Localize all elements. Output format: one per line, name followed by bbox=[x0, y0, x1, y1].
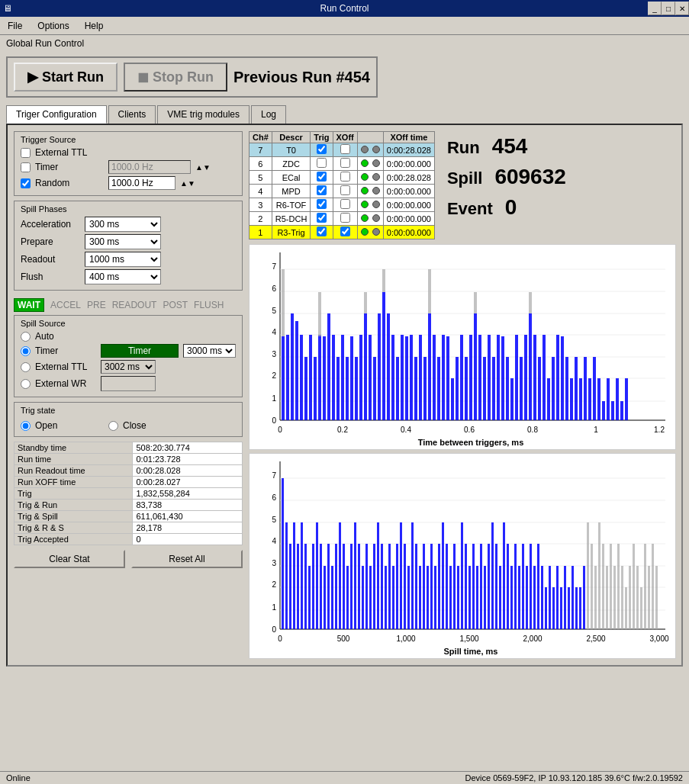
random-row: Random 1000.0 Hz ▲▼ bbox=[21, 176, 236, 190]
svg-rect-211 bbox=[579, 587, 581, 629]
maximize-button[interactable]: □ bbox=[662, 2, 675, 15]
svg-text:0.8: 0.8 bbox=[527, 426, 538, 434]
svg-text:0.4: 0.4 bbox=[401, 426, 411, 434]
acceleration-select[interactable]: 300 ms bbox=[85, 217, 161, 232]
trig-xoff-check[interactable] bbox=[333, 198, 357, 212]
start-run-button[interactable]: ▶ Start Run bbox=[14, 63, 118, 92]
timer-checkbox[interactable] bbox=[21, 162, 31, 172]
trig-xoff-check[interactable] bbox=[333, 171, 357, 185]
random-value[interactable]: 1000.0 Hz bbox=[108, 176, 175, 190]
stats-row: Run time0:01:23.728 bbox=[14, 454, 243, 465]
svg-rect-189 bbox=[495, 544, 497, 629]
timer-source-radio[interactable] bbox=[21, 346, 31, 356]
stats-table: Standby time508:20:30.774Run time0:01:23… bbox=[14, 442, 243, 545]
ext-wr-input[interactable] bbox=[101, 376, 156, 391]
window-icon: 🖥 bbox=[3, 3, 12, 14]
readout-select[interactable]: 1000 ms bbox=[85, 252, 161, 267]
tab-trigger-configuration[interactable]: Triger Configuration bbox=[6, 105, 107, 124]
svg-rect-171 bbox=[427, 566, 429, 629]
stat-label: Run XOFF time bbox=[14, 477, 133, 488]
random-checkbox[interactable] bbox=[21, 178, 31, 188]
ext-ttl-source-radio[interactable] bbox=[21, 362, 31, 372]
close-radio[interactable] bbox=[108, 421, 118, 431]
open-radio[interactable] bbox=[21, 421, 31, 431]
svg-rect-59 bbox=[437, 357, 440, 420]
stop-run-button[interactable]: ◼ Stop Run bbox=[124, 63, 227, 92]
timer-spinner[interactable]: ▲▼ bbox=[195, 163, 211, 172]
trig-check[interactable] bbox=[311, 143, 333, 157]
stat-label: Trig & Spill bbox=[14, 511, 133, 522]
trig-row[interactable]: 6 ZDC 0:00:00.000 bbox=[250, 157, 435, 171]
svg-rect-52 bbox=[405, 336, 408, 420]
ext-ttl-source-select[interactable]: 3002 ms bbox=[101, 360, 156, 374]
timer-source-select[interactable]: 3000 ms bbox=[183, 344, 236, 358]
tab-vme-trig-modules[interactable]: VME trig modules bbox=[157, 105, 250, 124]
trig-ch: 7 bbox=[250, 143, 272, 157]
svg-rect-100 bbox=[625, 378, 628, 420]
svg-rect-161 bbox=[388, 544, 391, 629]
svg-rect-156 bbox=[369, 566, 372, 629]
svg-rect-101 bbox=[282, 269, 285, 336]
svg-rect-225 bbox=[633, 544, 635, 629]
close-button[interactable]: ✕ bbox=[675, 2, 689, 15]
prepare-select[interactable]: 300 ms bbox=[85, 234, 161, 249]
trig-xoff-check[interactable] bbox=[333, 143, 357, 157]
random-spinner[interactable]: ▲▼ bbox=[180, 179, 195, 188]
trig-row[interactable]: 5 ECal 0:00:28.028 bbox=[250, 171, 435, 185]
trig-check[interactable] bbox=[311, 171, 333, 185]
tab-log[interactable]: Log bbox=[251, 105, 286, 124]
trig-descr: R5-DCH bbox=[272, 212, 311, 226]
trig-row[interactable]: 7 T0 0:00:28.028 bbox=[250, 143, 435, 157]
menu-help[interactable]: Help bbox=[80, 19, 108, 33]
svg-rect-183 bbox=[472, 544, 475, 629]
ext-wr-source-radio[interactable] bbox=[21, 379, 31, 389]
external-ttl-checkbox[interactable] bbox=[21, 148, 31, 158]
svg-rect-173 bbox=[434, 566, 436, 629]
svg-text:1,000: 1,000 bbox=[396, 635, 415, 643]
global-run-control-label: Global Run Control bbox=[0, 35, 689, 52]
svg-rect-185 bbox=[480, 544, 482, 629]
trig-xoff-check[interactable] bbox=[333, 226, 357, 239]
trig-xoff-check[interactable] bbox=[333, 212, 357, 226]
menu-file[interactable]: File bbox=[3, 19, 27, 33]
svg-rect-184 bbox=[476, 566, 478, 629]
svg-text:Spill time, ms: Spill time, ms bbox=[444, 647, 498, 656]
svg-rect-54 bbox=[414, 357, 417, 420]
trig-ch: 6 bbox=[250, 157, 272, 171]
stat-value: 508:20:30.774 bbox=[133, 442, 243, 454]
svg-rect-226 bbox=[636, 566, 639, 629]
trig-row[interactable]: 2 R5-DCH 0:00:00.000 bbox=[250, 212, 435, 226]
trig-check[interactable] bbox=[311, 198, 333, 212]
state-wait: WAIT bbox=[14, 298, 44, 312]
state-accel: ACCEL bbox=[50, 300, 81, 310]
trig-check[interactable] bbox=[311, 185, 333, 198]
svg-text:7: 7 bbox=[272, 471, 276, 480]
trig-check[interactable] bbox=[311, 157, 333, 171]
svg-rect-169 bbox=[419, 566, 421, 629]
trig-row[interactable]: 4 MPD 0:00:00.000 bbox=[250, 185, 435, 198]
svg-rect-152 bbox=[354, 522, 356, 629]
svg-text:5: 5 bbox=[272, 307, 276, 315]
menu-bar: File Options Help bbox=[0, 17, 689, 35]
trig-row[interactable]: 1 R3-Trig 0:00:00.000 bbox=[250, 226, 435, 239]
stat-value: 83,738 bbox=[133, 500, 243, 511]
stat-label: Run time bbox=[14, 454, 133, 465]
auto-radio[interactable] bbox=[21, 332, 31, 342]
minimize-button[interactable]: _ bbox=[648, 2, 662, 15]
trig-check[interactable] bbox=[311, 212, 333, 226]
trig-xoff-check[interactable] bbox=[333, 157, 357, 171]
trig-xoff-time: 0:00:00.000 bbox=[383, 212, 434, 226]
stat-label: Trig & R & S bbox=[14, 522, 133, 534]
svg-rect-212 bbox=[583, 566, 585, 629]
menu-options[interactable]: Options bbox=[33, 19, 73, 33]
reset-all-button[interactable]: Reset All bbox=[131, 550, 243, 568]
acceleration-row: Acceleration 300 ms bbox=[21, 217, 236, 232]
svg-text:2: 2 bbox=[272, 371, 276, 380]
clear-stat-button[interactable]: Clear Stat bbox=[14, 550, 125, 568]
event-label: Event bbox=[447, 199, 493, 219]
flush-select[interactable]: 400 ms bbox=[85, 269, 161, 284]
trig-xoff-check[interactable] bbox=[333, 185, 357, 198]
tab-clients[interactable]: Clients bbox=[108, 105, 156, 124]
trig-check[interactable] bbox=[311, 226, 333, 239]
trig-row[interactable]: 3 R6-TOF 0:00:00.000 bbox=[250, 198, 435, 212]
